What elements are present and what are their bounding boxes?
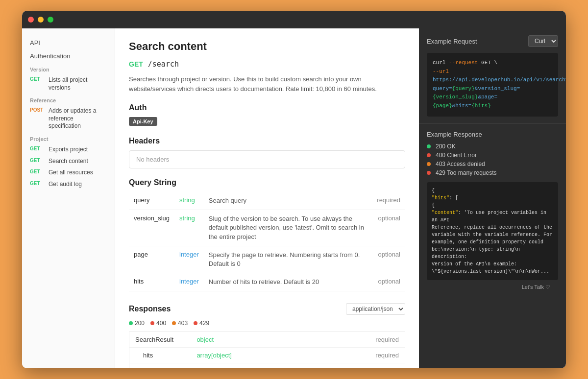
- response-status-item: 403 Access denied: [427, 161, 558, 167]
- sidebar-item-label: Search content: [49, 158, 88, 166]
- response-param-desc: [238, 332, 369, 348]
- method-get-badge: GET: [30, 158, 45, 163]
- example-request-section: Example Request Curl curl --request GET …: [419, 28, 566, 124]
- table-row: SearchResult object required: [129, 332, 405, 348]
- sidebar-item-label: Get all resources: [49, 169, 93, 177]
- auth-heading: Auth: [129, 103, 405, 112]
- param-required: required: [372, 192, 405, 210]
- response-param-type: string: [191, 363, 238, 368]
- response-code-block: { "hits": [ { "content": 'To use project…: [427, 182, 558, 280]
- status-dot: [129, 321, 133, 325]
- status-dot: [427, 162, 431, 166]
- lang-select[interactable]: Curl: [528, 35, 558, 47]
- example-request-header: Example Request Curl: [427, 35, 558, 47]
- sidebar-item-label: Lists all project versions: [49, 76, 107, 92]
- param-type: integer: [174, 246, 204, 273]
- main-content: Search content GET /search Searches thro…: [115, 28, 419, 368]
- table-row: page integer Specify the page to retriev…: [129, 246, 405, 273]
- response-status-item: 429 Too many requests: [427, 169, 558, 176]
- sidebar-section-project: Project: [22, 132, 115, 144]
- sidebar-item-label: Exports project: [49, 146, 88, 154]
- sidebar-section-version: Version: [22, 63, 115, 74]
- response-param-name: hits: [129, 348, 191, 363]
- sidebar-item-get-all-resources[interactable]: GET Get all resources: [22, 167, 115, 179]
- response-status-item: 400 Client Error: [427, 152, 558, 159]
- example-request-code: curl --request GET \ --url https://api.d…: [427, 53, 558, 117]
- response-param-name: content: [129, 363, 191, 368]
- right-panel: Example Request Curl curl --request GET …: [419, 28, 566, 368]
- param-name: query: [129, 192, 174, 210]
- main-layout: API Authentication Version GET Lists all…: [22, 28, 566, 368]
- sidebar-item-exports-project[interactable]: GET Exports project: [22, 144, 115, 156]
- example-request-title: Example Request: [427, 38, 477, 45]
- param-required: optional: [372, 210, 405, 246]
- response-param-required: required: [369, 332, 405, 348]
- title-bar: [22, 11, 566, 28]
- sidebar-item-get-audit-log[interactable]: GET Get audit log: [22, 179, 115, 190]
- response-param-desc: Content where hit was found: [238, 363, 369, 368]
- status-dot: [150, 321, 154, 325]
- response-status-list: 200 OK400 Client Error403 Access denied4…: [427, 143, 558, 176]
- response-param-name: SearchResult: [129, 332, 191, 348]
- sidebar-item-list-versions[interactable]: GET Lists all project versions: [22, 74, 115, 94]
- response-param-type: object: [191, 332, 238, 348]
- minimize-button[interactable]: [38, 17, 44, 23]
- param-name: version_slug: [129, 210, 174, 246]
- param-type: string: [174, 192, 204, 210]
- method-get-badge: GET: [30, 169, 45, 174]
- status-dot: [427, 153, 431, 157]
- sidebar-item-api[interactable]: API: [22, 36, 115, 49]
- example-response-title: Example Response: [427, 131, 558, 138]
- endpoint-method: GET: [129, 60, 143, 68]
- response-param-desc: [238, 348, 369, 363]
- status-dot: [172, 321, 176, 325]
- endpoint-line: GET /search: [129, 60, 405, 69]
- sidebar-item-authentication[interactable]: Authentication: [22, 49, 115, 63]
- status-dot: [427, 171, 431, 175]
- endpoint-description: Searches through project or version. Use…: [129, 74, 405, 94]
- sidebar-section-reference: Reference: [22, 94, 115, 105]
- headers-heading: Headers: [129, 137, 405, 145]
- maximize-button[interactable]: [48, 17, 53, 23]
- param-type: integer: [174, 273, 204, 291]
- sidebar-item-add-reference[interactable]: POST Adds or updates a reference specifi…: [22, 105, 115, 132]
- method-get-badge: GET: [30, 146, 45, 151]
- param-desc: Slug of the version to be search. To use…: [204, 210, 372, 246]
- table-row: hits integer Number of hits to retrieve.…: [129, 273, 405, 291]
- method-get-badge: GET: [30, 181, 45, 186]
- sidebar: API Authentication Version GET Lists all…: [22, 28, 115, 368]
- param-desc: Specify the page to retrieve. Numbering …: [204, 246, 372, 273]
- status-code-label: 429: [194, 320, 209, 327]
- param-required: optional: [372, 246, 405, 273]
- param-type: string: [174, 210, 204, 246]
- response-format-select[interactable]: application/json: [346, 303, 405, 315]
- status-code-label: 403: [172, 320, 188, 327]
- sidebar-item-search-content[interactable]: GET Search content: [22, 156, 115, 167]
- app-window: API Authentication Version GET Lists all…: [22, 11, 566, 368]
- param-desc: Search query: [204, 192, 372, 210]
- response-status-item: 200 OK: [427, 143, 558, 150]
- close-button[interactable]: [28, 17, 34, 23]
- lets-talk: Let's Talk ♡: [427, 280, 558, 294]
- example-response-section: Example Response 200 OK400 Client Error4…: [419, 124, 566, 368]
- headers-box: No headers: [129, 150, 405, 168]
- method-get-badge: GET: [30, 76, 45, 82]
- responses-header: Responses application/json: [129, 303, 405, 315]
- status-dot: [427, 144, 431, 148]
- responses-heading: Responses: [129, 305, 171, 313]
- sidebar-item-label: Adds or updates a reference specificatio…: [49, 107, 107, 130]
- param-required: optional: [372, 273, 405, 291]
- status-dot: [194, 321, 197, 325]
- table-row: hits array[object] required: [129, 348, 405, 363]
- page-title: Search content: [129, 40, 405, 53]
- status-codes: 200400403429: [129, 320, 405, 327]
- endpoint-path: /search: [148, 60, 179, 69]
- auth-badge: Api-Key: [129, 117, 157, 126]
- param-name: page: [129, 246, 174, 273]
- query-string-heading: Query String: [129, 178, 405, 187]
- params-table: query string Search query required versi…: [129, 192, 405, 291]
- param-name: hits: [129, 273, 174, 291]
- param-desc: Number of hits to retrieve. Default is 2…: [204, 273, 372, 291]
- status-code-label: 400: [150, 320, 166, 327]
- table-row: version_slug string Slug of the version …: [129, 210, 405, 246]
